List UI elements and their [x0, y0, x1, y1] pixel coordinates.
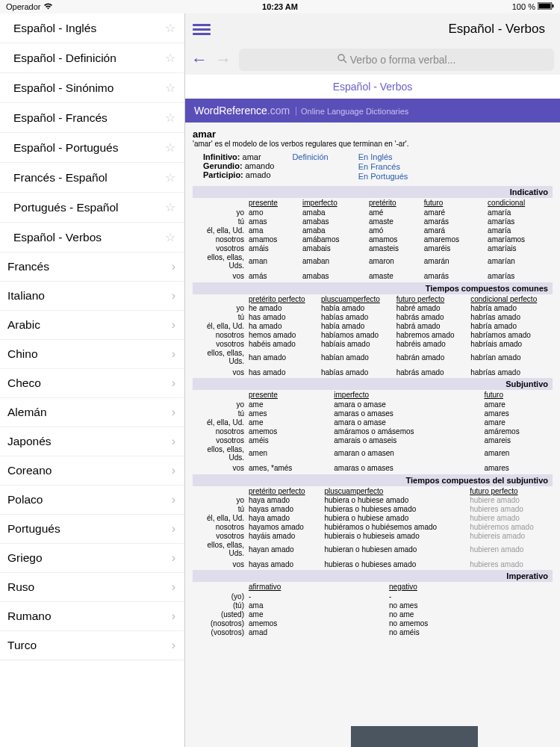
- conj-cell: amaras o amases: [332, 462, 482, 473]
- search-input[interactable]: Verbo o forma verbal...: [239, 49, 554, 71]
- conj-cell: no améis: [387, 627, 553, 636]
- sidebar-item-label: Griego: [7, 551, 43, 565]
- sidebar-dict-item[interactable]: Español - Sinónimo☆: [0, 73, 184, 103]
- verb-link[interactable]: En Portugués: [358, 172, 408, 181]
- chevron-right-icon: ›: [172, 435, 175, 448]
- conj-cell: amarías: [485, 217, 553, 226]
- conj-cell: -: [246, 592, 387, 601]
- sidebar-lang-item[interactable]: Ruso›: [0, 573, 184, 602]
- mood-header: Indicativo: [193, 186, 553, 198]
- conj-cell: habrían amado: [468, 349, 553, 366]
- sidebar-lang-item[interactable]: Griego›: [0, 544, 184, 573]
- conj-table: pretérito perfectopluscuamperfectofuturo…: [193, 486, 553, 569]
- conj-cell: has amado: [246, 366, 319, 377]
- sidebar-lang-item[interactable]: Rumano›: [0, 602, 184, 631]
- brand-suffix: .com: [267, 105, 290, 117]
- conj-cell: aman: [246, 252, 300, 270]
- battery-label: 100 %: [512, 2, 535, 11]
- pronoun-cell: vosotros: [193, 340, 246, 349]
- sidebar-dict-item[interactable]: Español - Francés☆: [0, 103, 184, 133]
- sidebar-lang-item[interactable]: Francés›: [0, 252, 184, 282]
- sidebar-lang-item[interactable]: Portugués›: [0, 515, 184, 544]
- conj-cell: amares: [482, 409, 553, 418]
- tense-header: afirmativo: [246, 582, 387, 592]
- conj-cell: hayáis amado: [246, 532, 322, 541]
- sidebar-item-label: Checo: [7, 376, 41, 390]
- conj-cell: amaba: [300, 208, 367, 217]
- star-icon[interactable]: ☆: [165, 21, 175, 35]
- sidebar-lang-item[interactable]: Coreano›: [0, 456, 184, 486]
- conj-cell: amarás: [422, 270, 485, 281]
- star-icon[interactable]: ☆: [165, 81, 175, 95]
- conj-cell: hubiera o hubiese amado: [322, 496, 467, 505]
- conj-cell: hubieras o hubieses amado: [322, 558, 467, 569]
- sidebar-lang-item[interactable]: Polaco›: [0, 486, 184, 515]
- search-placeholder: Verbo o forma verbal...: [350, 54, 456, 66]
- conj-cell: amaría: [485, 226, 553, 235]
- conj-cell: había amado: [319, 304, 394, 313]
- forward-button[interactable]: →: [215, 50, 231, 69]
- pronoun-cell: vosotros: [193, 436, 246, 444]
- pronoun-cell: él, ella, Ud.: [193, 418, 246, 427]
- star-icon[interactable]: ☆: [165, 140, 175, 155]
- verb-link[interactable]: En Inglés: [358, 152, 408, 161]
- sidebar-item-label: Español - Francés: [13, 111, 108, 125]
- sidebar-dict-item[interactable]: Francés - Español☆: [0, 163, 184, 193]
- sidebar-dict-item[interactable]: Español - Verbos☆: [0, 223, 184, 252]
- sidebar-item-label: Español - Inglés: [13, 22, 96, 35]
- tense-header: pretérito perfecto: [246, 486, 322, 496]
- star-icon[interactable]: ☆: [165, 200, 175, 214]
- conj-cell: habríais amado: [468, 340, 553, 349]
- sidebar-dict-item[interactable]: Portugués - Español☆: [0, 193, 184, 223]
- conj-table: pretérito perfectopluscuamperfectofuturo…: [193, 294, 553, 377]
- sidebar-dict-item[interactable]: Español - Definición☆: [0, 43, 184, 73]
- conj-cell: amare: [482, 418, 553, 427]
- sidebar-lang-item[interactable]: Italiano›: [0, 282, 184, 311]
- sidebar-lang-item[interactable]: Turco›: [0, 631, 184, 660]
- breadcrumb[interactable]: Español - Verbos: [185, 75, 560, 99]
- conj-cell: habríamos amado: [468, 331, 553, 340]
- conj-cell: habíamos amado: [319, 331, 394, 340]
- svg-line-4: [343, 60, 346, 63]
- sidebar-item-label: Español - Sinónimo: [13, 81, 113, 95]
- sidebar-dict-item[interactable]: Español - Portugués☆: [0, 133, 184, 163]
- conj-cell: amaría: [485, 208, 553, 217]
- sidebar-lang-item[interactable]: Chino›: [0, 340, 184, 369]
- verb-link[interactable]: Definición: [292, 152, 328, 182]
- back-button[interactable]: ←: [191, 50, 208, 69]
- conj-cell: habrás amado: [394, 313, 469, 322]
- principal-parts: Infinitivo: amar Gerundio: amando Partic…: [203, 152, 274, 183]
- sidebar-lang-item[interactable]: Checo›: [0, 369, 184, 398]
- pronoun-cell: él, ella, Ud.: [193, 322, 246, 331]
- conj-cell: amaban: [300, 252, 367, 270]
- conj-cell: habremos amado: [394, 331, 469, 340]
- star-icon[interactable]: ☆: [165, 51, 175, 65]
- conj-cell: amábamos: [300, 235, 367, 244]
- verb-name: amar: [193, 128, 553, 140]
- sidebar-lang-item[interactable]: Arabic›: [0, 311, 184, 340]
- sidebar-item-label: Chino: [7, 347, 38, 361]
- verb-links: DefiniciónEn InglésEn FrancésEn Portugué…: [292, 152, 408, 183]
- chevron-right-icon: ›: [172, 289, 175, 303]
- pronoun-cell: vosotros: [193, 244, 246, 252]
- conj-cell: amareis: [482, 436, 553, 444]
- mood-header: Tiempos compuestos del subjuntivo: [193, 474, 553, 486]
- chevron-right-icon: ›: [172, 522, 175, 536]
- conj-cell: amáremos: [482, 427, 553, 436]
- star-icon[interactable]: ☆: [165, 111, 175, 125]
- verb-link[interactable]: En Francés: [358, 162, 408, 171]
- sidebar-dict-item[interactable]: Español - Inglés☆: [0, 13, 184, 43]
- conj-cell: habíais amado: [319, 340, 394, 349]
- conj-cell: hubieren amado: [467, 541, 553, 558]
- menu-icon[interactable]: [193, 22, 211, 37]
- conj-cell: habías amado: [319, 313, 394, 322]
- conj-cell: amo: [246, 208, 300, 217]
- conj-cell: no ame: [387, 610, 553, 619]
- star-icon[interactable]: ☆: [165, 170, 175, 185]
- chevron-right-icon: ›: [172, 318, 175, 332]
- sidebar-lang-item[interactable]: Japonés›: [0, 427, 184, 456]
- sidebar-item-label: Español - Verbos: [13, 231, 102, 244]
- conj-cell: hubieras o hubieses amado: [322, 505, 467, 514]
- sidebar-lang-item[interactable]: Alemán›: [0, 398, 184, 427]
- star-icon[interactable]: ☆: [165, 230, 175, 244]
